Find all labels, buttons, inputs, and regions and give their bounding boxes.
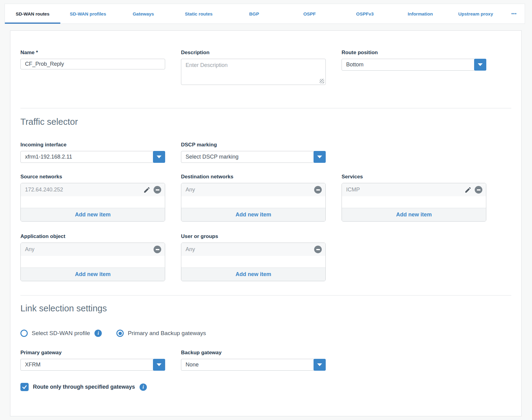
list-empty-space	[342, 196, 486, 208]
radio-selected-icon[interactable]	[116, 330, 124, 337]
list-item-text: 172.64.240.252	[25, 187, 63, 193]
tab-bgp[interactable]: BGP	[226, 4, 282, 23]
tab-ospfv3[interactable]: OSPFv3	[337, 4, 393, 23]
tab-ospf[interactable]: OSPF	[282, 4, 337, 23]
add-new-item-button[interactable]: Add new item	[21, 208, 165, 221]
dscp-marking-label: DSCP marking	[181, 142, 326, 148]
remove-item-icon[interactable]	[314, 246, 322, 253]
user-or-groups-list: Any Add new item	[181, 243, 326, 281]
incoming-interface-field-group: Incoming interface xfrm1-192.168.2.11	[20, 142, 165, 163]
interface-dscp-row: Incoming interface xfrm1-192.168.2.11 DS…	[20, 142, 511, 163]
incoming-interface-label: Incoming interface	[20, 142, 165, 148]
backup-gateway-dropdown-button[interactable]	[314, 359, 326, 371]
section-divider	[20, 295, 511, 296]
tab-static-routes[interactable]: Static routes	[171, 4, 226, 23]
edit-icon[interactable]	[464, 186, 472, 194]
radio-select-sdwan-profile[interactable]: Select SD-WAN profile i	[20, 330, 102, 337]
list-empty-space	[181, 196, 325, 208]
sdwan-route-form-card: Name * Description Route position Bottom…	[10, 30, 522, 416]
list-item: Any	[21, 243, 165, 256]
route-position-select[interactable]: Bottom	[342, 59, 486, 71]
tab-bar: SD-WAN routes SD-WAN profiles Gateways S…	[5, 4, 525, 24]
route-position-label: Route position	[342, 50, 486, 56]
application-object-list: Any Add new item	[20, 243, 165, 281]
radio-unselected-icon[interactable]	[20, 330, 28, 337]
chevron-down-icon	[157, 363, 161, 366]
tab-overflow-menu-icon[interactable]: •••	[503, 4, 525, 23]
description-textarea-wrap	[181, 59, 326, 86]
user-or-groups-label: User or groups	[181, 233, 326, 240]
primary-gateway-select[interactable]: XFRM	[20, 359, 165, 371]
primary-gateway-label: Primary gateway	[20, 350, 165, 356]
description-field-group: Description	[181, 50, 326, 86]
backup-gateway-value: None	[181, 359, 315, 371]
tab-information[interactable]: Information	[392, 4, 448, 23]
description-textarea[interactable]	[181, 59, 326, 85]
list-item: ICMP	[342, 183, 486, 196]
chevron-down-icon	[478, 63, 483, 66]
primary-gateway-dropdown-button[interactable]	[153, 359, 165, 371]
remove-item-icon[interactable]	[314, 186, 322, 194]
services-field-group: Services ICMP Add new item	[342, 174, 486, 222]
chevron-down-icon	[157, 156, 161, 158]
radio-primary-backup-gateways[interactable]: Primary and Backup gateways	[116, 330, 206, 337]
tab-sdwan-profiles[interactable]: SD-WAN profiles	[60, 4, 116, 23]
list-item-text: Any	[186, 246, 195, 253]
primary-gateway-field-group: Primary gateway XFRM	[20, 350, 165, 371]
chevron-down-icon	[317, 156, 322, 158]
radio-label: Primary and Backup gateways	[128, 330, 206, 337]
source-networks-label: Source networks	[20, 174, 165, 180]
application-object-field-group: Application object Any Add new item	[20, 233, 165, 281]
tab-gateways[interactable]: Gateways	[116, 4, 171, 23]
backup-gateway-field-group: Backup gateway None	[181, 350, 326, 371]
edit-icon[interactable]	[143, 186, 151, 194]
description-label: Description	[181, 50, 326, 56]
tab-upstream-proxy[interactable]: Upstream proxy	[448, 4, 503, 23]
list-empty-space	[21, 256, 165, 268]
route-position-field-group: Route position Bottom	[342, 50, 486, 86]
list-empty-space	[21, 196, 165, 208]
add-new-item-button[interactable]: Add new item	[21, 268, 165, 281]
services-label: Services	[342, 174, 486, 180]
remove-item-icon[interactable]	[154, 186, 161, 194]
remove-item-icon[interactable]	[154, 246, 161, 253]
dscp-marking-dropdown-button[interactable]	[314, 151, 326, 163]
info-icon[interactable]: i	[140, 383, 147, 391]
list-item-text: Any	[25, 246, 34, 253]
source-networks-list: 172.64.240.252 Add new item	[20, 183, 165, 222]
checkmark-icon	[22, 384, 27, 390]
section-divider	[20, 108, 511, 108]
destination-networks-list: Any Add new item	[181, 183, 326, 222]
name-input[interactable]	[20, 59, 165, 69]
incoming-interface-dropdown-button[interactable]	[153, 151, 165, 163]
checkbox-checked-icon[interactable]	[20, 383, 29, 391]
basic-info-row: Name * Description Route position Bottom	[20, 50, 511, 86]
destination-networks-label: Destination networks	[181, 174, 326, 180]
application-users-row: Application object Any Add new item User…	[20, 233, 511, 281]
info-icon[interactable]: i	[94, 330, 102, 337]
tab-sdwan-routes[interactable]: SD-WAN routes	[5, 4, 60, 23]
networks-services-row: Source networks 172.64.240.252 Add new i…	[20, 174, 511, 222]
route-only-checkbox-row: Route only through specified gateways i	[20, 383, 511, 391]
link-selection-radio-row: Select SD-WAN profile i Primary and Back…	[20, 330, 511, 337]
remove-item-icon[interactable]	[475, 186, 482, 194]
name-label: Name *	[20, 50, 165, 56]
route-position-dropdown-button[interactable]	[474, 59, 486, 71]
add-new-item-button[interactable]: Add new item	[181, 268, 325, 281]
gateways-row: Primary gateway XFRM Backup gateway None	[20, 350, 511, 371]
traffic-selector-heading: Traffic selector	[20, 116, 511, 127]
link-selection-heading: Link selection settings	[20, 303, 511, 314]
radio-label: Select SD-WAN profile	[32, 330, 90, 337]
dscp-marking-select[interactable]: Select DSCP marking	[181, 151, 326, 163]
backup-gateway-select[interactable]: None	[181, 359, 326, 371]
services-list: ICMP Add new item	[342, 183, 486, 222]
list-item-text: ICMP	[346, 187, 360, 193]
add-new-item-button[interactable]: Add new item	[181, 208, 325, 221]
list-item: Any	[181, 183, 325, 196]
route-position-value: Bottom	[342, 59, 475, 71]
incoming-interface-value: xfrm1-192.168.2.11	[20, 151, 154, 163]
chevron-down-icon	[317, 363, 322, 366]
incoming-interface-select[interactable]: xfrm1-192.168.2.11	[20, 151, 165, 163]
add-new-item-button[interactable]: Add new item	[342, 208, 486, 221]
backup-gateway-label: Backup gateway	[181, 350, 326, 356]
